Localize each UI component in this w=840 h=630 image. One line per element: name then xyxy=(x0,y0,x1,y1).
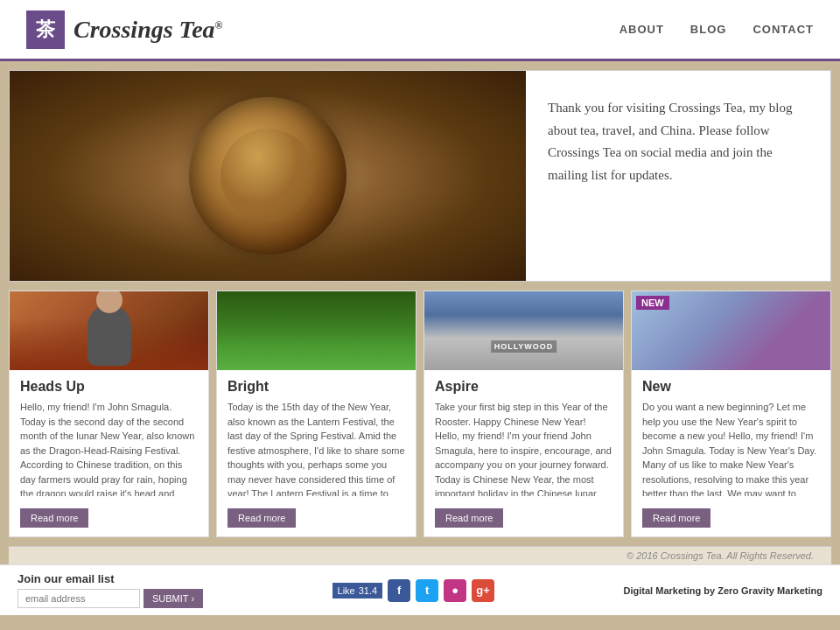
card-content-bright: Bright Today is the 15th day of the New … xyxy=(217,370,416,503)
logo-text: Crossings Tea® xyxy=(74,16,223,44)
card-content-aspire: Aspire Take your first big step in this … xyxy=(424,370,623,503)
cards-section: Heads Up Hello, my friend! I'm John Smag… xyxy=(9,290,831,537)
card-body-heads-up: Hello, my friend! I'm John Smagula. Toda… xyxy=(20,400,198,496)
facebook-icon[interactable]: f xyxy=(388,579,410,602)
read-more-new[interactable]: Read more xyxy=(642,508,710,528)
card-new: NEW New Do you want a new beginning? Let… xyxy=(631,290,831,537)
bottom-bar: Join our email list SUBMIT › Like 31.4 f… xyxy=(0,564,840,615)
fb-like-label: Like xyxy=(338,585,355,596)
card-title-new: New xyxy=(642,379,820,395)
hero-description: Thank you for visiting Crossings Tea, my… xyxy=(548,97,808,186)
card-title-bright: Bright xyxy=(228,379,405,395)
digital-marketing-company: Zero Gravity Marketing xyxy=(718,585,822,596)
email-input[interactable] xyxy=(18,589,140,608)
header: 茶 Crossings Tea® ABOUT BLOG CONTACT xyxy=(0,0,840,61)
email-label: Join our email list xyxy=(18,572,203,585)
twitter-icon[interactable]: t xyxy=(416,579,438,602)
card-bright: Bright Today is the 15th day of the New … xyxy=(216,290,416,537)
hero-section: Thank you for visiting Crossings Tea, my… xyxy=(9,70,831,282)
fb-like-count: 31.4 xyxy=(359,585,377,596)
read-more-bright[interactable]: Read more xyxy=(228,508,296,528)
hollywood-sign: HOLLYWOOD xyxy=(491,340,557,353)
read-more-aspire[interactable]: Read more xyxy=(435,508,503,528)
nav-contact[interactable]: CONTACT xyxy=(752,23,814,36)
new-badge: NEW xyxy=(636,296,669,310)
digital-marketing-label: Digital Marketing by xyxy=(624,585,716,596)
card-title-aspire: Aspire xyxy=(435,379,612,395)
social-section: Like 31.4 f t ● g+ xyxy=(332,579,495,602)
digital-marketing: Digital Marketing by Zero Gravity Market… xyxy=(624,585,822,596)
card-content-new: New Do you want a new beginning? Let me … xyxy=(632,370,830,503)
read-more-heads-up[interactable]: Read more xyxy=(20,508,88,528)
googleplus-icon[interactable]: g+ xyxy=(472,579,494,602)
logo-icon: 茶 xyxy=(26,10,65,49)
card-image-aspire: HOLLYWOOD xyxy=(424,291,623,370)
email-section: Join our email list SUBMIT › xyxy=(18,572,203,608)
email-row: SUBMIT › xyxy=(18,589,203,608)
hero-image xyxy=(10,71,526,281)
logo-area[interactable]: 茶 Crossings Tea® xyxy=(26,10,223,49)
tea-cup-image xyxy=(189,97,346,255)
nav-blog[interactable]: BLOG xyxy=(690,23,727,36)
card-image-bright xyxy=(217,291,416,370)
person-head xyxy=(96,291,122,313)
card-body-aspire: Take your first big step in this Year of… xyxy=(435,400,612,496)
card-content-heads-up: Heads Up Hello, my friend! I'm John Smag… xyxy=(10,370,208,503)
person-figure xyxy=(88,304,131,366)
card-body-bright: Today is the 15th day of the New Year, a… xyxy=(228,400,405,496)
hero-text: Thank you for visiting Crossings Tea, my… xyxy=(526,71,830,281)
instagram-icon[interactable]: ● xyxy=(444,579,466,602)
card-heads-up: Heads Up Hello, my friend! I'm John Smag… xyxy=(9,290,209,537)
main-nav: ABOUT BLOG CONTACT xyxy=(620,23,814,36)
card-image-heads-up xyxy=(10,291,208,370)
card-image-new: NEW xyxy=(632,291,830,370)
submit-button[interactable]: SUBMIT › xyxy=(144,589,203,608)
card-body-new: Do you want a new beginning? Let me help… xyxy=(642,400,820,496)
card-title-heads-up: Heads Up xyxy=(20,379,198,395)
card-aspire: HOLLYWOOD Aspire Take your first big ste… xyxy=(424,290,624,537)
facebook-like[interactable]: Like 31.4 xyxy=(332,583,383,598)
nav-about[interactable]: ABOUT xyxy=(620,23,664,36)
copyright-text: © 2016 Crossings Tea. All Rights Reserve… xyxy=(626,550,814,561)
footer: © 2016 Crossings Tea. All Rights Reserve… xyxy=(9,546,831,564)
